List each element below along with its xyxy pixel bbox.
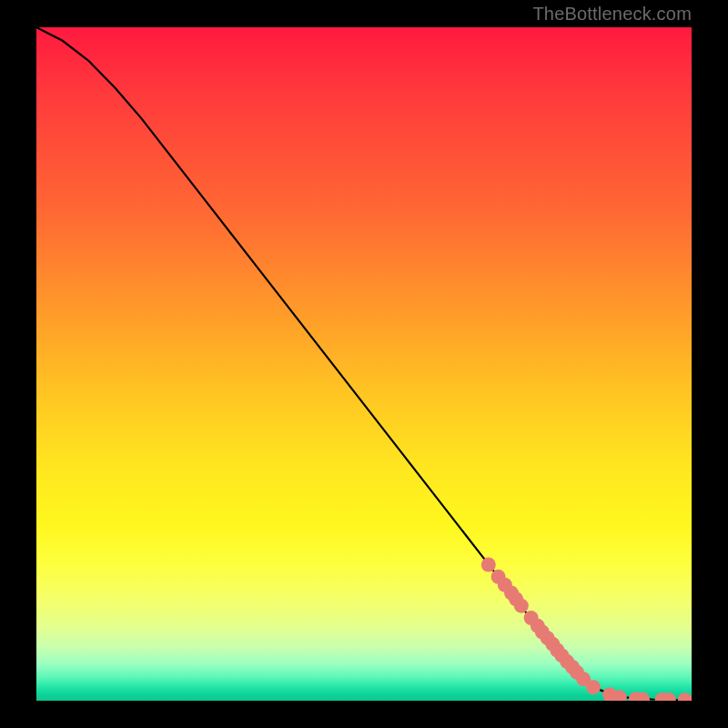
- highlighted-dots-group: [481, 558, 692, 701]
- highlighted-dot: [586, 680, 601, 694]
- bottleneck-curve: [36, 27, 692, 700]
- chart-frame: TheBottleneck.com: [0, 0, 728, 728]
- highlighted-dot: [514, 599, 529, 613]
- highlighted-dot: [481, 558, 496, 572]
- curve-svg: [36, 27, 692, 701]
- watermark-text: TheBottleneck.com: [532, 4, 692, 25]
- plot-area: [36, 27, 692, 701]
- highlighted-dot: [678, 693, 692, 701]
